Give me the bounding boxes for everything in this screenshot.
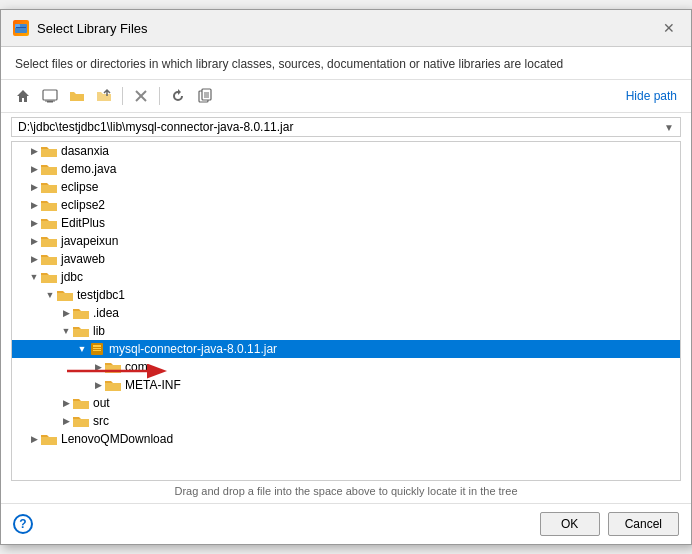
- item-label: dasanxia: [61, 144, 109, 158]
- expand-arrow[interactable]: ▶: [28, 235, 40, 247]
- folder-icon: [73, 396, 89, 410]
- expand-arrow[interactable]: ▶: [28, 145, 40, 157]
- item-label: src: [93, 414, 109, 428]
- expand-arrow[interactable]: ▶: [60, 415, 72, 427]
- folder-icon: [105, 360, 121, 374]
- folder-icon: [41, 162, 57, 176]
- folder-icon: [41, 234, 57, 248]
- list-item[interactable]: ▶ com: [12, 358, 680, 376]
- expand-arrow[interactable]: ▶: [28, 181, 40, 193]
- hide-path-button[interactable]: Hide path: [622, 87, 681, 105]
- dialog-icon: [13, 20, 29, 36]
- expand-arrow[interactable]: ▶: [92, 361, 104, 373]
- list-item[interactable]: ▶ eclipse: [12, 178, 680, 196]
- folder-icon: [41, 198, 57, 212]
- list-item-selected[interactable]: ▼ mysql-connector-java-8.0.11.jar: [12, 340, 680, 358]
- list-item[interactable]: ▶ javaweb: [12, 250, 680, 268]
- item-label: demo.java: [61, 162, 116, 176]
- toolbar-left: [11, 84, 217, 108]
- list-item[interactable]: ▶ EditPlus: [12, 214, 680, 232]
- item-label: jdbc: [61, 270, 83, 284]
- expand-arrow[interactable]: ▶: [28, 217, 40, 229]
- expand-arrow[interactable]: ▶: [92, 379, 104, 391]
- folder-icon: [41, 216, 57, 230]
- item-label: com: [125, 360, 148, 374]
- ok-button[interactable]: OK: [540, 512, 600, 536]
- expand-arrow[interactable]: ▶: [28, 433, 40, 445]
- item-label: testjdbc1: [77, 288, 125, 302]
- list-item[interactable]: ▼ jdbc: [12, 268, 680, 286]
- help-button[interactable]: ?: [13, 514, 33, 534]
- list-item[interactable]: ▶ src: [12, 412, 680, 430]
- dialog-subtitle: Select files or directories in which lib…: [1, 47, 691, 80]
- delete-button[interactable]: [129, 84, 153, 108]
- toolbar: Hide path: [1, 80, 691, 113]
- folder-icon: [41, 432, 57, 446]
- expand-arrow[interactable]: ▼: [44, 289, 56, 301]
- expand-arrow[interactable]: ▶: [60, 397, 72, 409]
- expand-arrow[interactable]: ▶: [28, 253, 40, 265]
- item-label: lib: [93, 324, 105, 338]
- close-button[interactable]: ✕: [659, 18, 679, 38]
- item-label: EditPlus: [61, 216, 105, 230]
- title-bar-left: Select Library Files: [13, 20, 148, 36]
- path-text: D:\jdbc\testjdbc1\lib\mysql-connector-ja…: [18, 120, 664, 134]
- svg-rect-3: [43, 90, 57, 100]
- home-button[interactable]: [11, 84, 35, 108]
- folder-icon: [57, 288, 73, 302]
- expand-arrow[interactable]: ▼: [28, 271, 40, 283]
- new-folder-up-button[interactable]: [92, 84, 116, 108]
- svg-rect-2: [16, 27, 26, 28]
- drag-hint: Drag and drop a file into the space abov…: [1, 481, 691, 503]
- folder-icon: [41, 144, 57, 158]
- list-item[interactable]: ▶ dasanxia: [12, 142, 680, 160]
- list-item[interactable]: ▼ lib: [12, 322, 680, 340]
- folder-icon: [73, 414, 89, 428]
- item-label: javapeixun: [61, 234, 118, 248]
- path-bar[interactable]: D:\jdbc\testjdbc1\lib\mysql-connector-ja…: [11, 117, 681, 137]
- item-label: mysql-connector-java-8.0.11.jar: [109, 342, 277, 356]
- item-label: LenovoQMDownload: [61, 432, 173, 446]
- item-label: .idea: [93, 306, 119, 320]
- path-dropdown-arrow[interactable]: ▼: [664, 122, 674, 133]
- expand-arrow[interactable]: ▶: [28, 163, 40, 175]
- svg-rect-15: [93, 348, 101, 349]
- refresh-button[interactable]: [166, 84, 190, 108]
- cancel-button[interactable]: Cancel: [608, 512, 679, 536]
- computer-button[interactable]: [38, 84, 62, 108]
- svg-rect-16: [93, 350, 101, 351]
- list-item[interactable]: ▶ out: [12, 394, 680, 412]
- list-item[interactable]: ▶ eclipse2: [12, 196, 680, 214]
- list-item[interactable]: ▶ LenovoQMDownload: [12, 430, 680, 448]
- expand-arrow[interactable]: ▼: [60, 325, 72, 337]
- dialog-title: Select Library Files: [37, 21, 148, 36]
- toolbar-separator-2: [159, 87, 160, 105]
- file-tree: ▶ dasanxia ▶ demo.java ▶ eclipse ▶: [11, 141, 681, 481]
- item-label: eclipse2: [61, 198, 105, 212]
- list-item[interactable]: ▶ META-INF: [12, 376, 680, 394]
- expand-arrow[interactable]: ▶: [28, 199, 40, 211]
- folder-icon: [73, 306, 89, 320]
- dialog-footer: ? OK Cancel: [1, 503, 691, 544]
- list-item[interactable]: ▶ demo.java: [12, 160, 680, 178]
- folder-button[interactable]: [65, 84, 89, 108]
- item-label: out: [93, 396, 110, 410]
- expand-arrow[interactable]: ▶: [60, 307, 72, 319]
- item-label: META-INF: [125, 378, 181, 392]
- item-label: javaweb: [61, 252, 105, 266]
- jar-icon: [89, 342, 105, 356]
- folder-icon: [41, 270, 57, 284]
- toolbar-separator-1: [122, 87, 123, 105]
- item-label: eclipse: [61, 180, 98, 194]
- svg-rect-14: [93, 345, 101, 347]
- select-library-dialog: Select Library Files ✕ Select files or d…: [0, 9, 692, 545]
- link-button[interactable]: [193, 84, 217, 108]
- list-item[interactable]: ▼ testjdbc1: [12, 286, 680, 304]
- list-item[interactable]: ▶ javapeixun: [12, 232, 680, 250]
- folder-icon: [73, 324, 89, 338]
- list-item[interactable]: ▶ .idea: [12, 304, 680, 322]
- folder-icon: [41, 180, 57, 194]
- folder-icon: [105, 378, 121, 392]
- folder-icon: [41, 252, 57, 266]
- expand-arrow[interactable]: ▼: [76, 343, 88, 355]
